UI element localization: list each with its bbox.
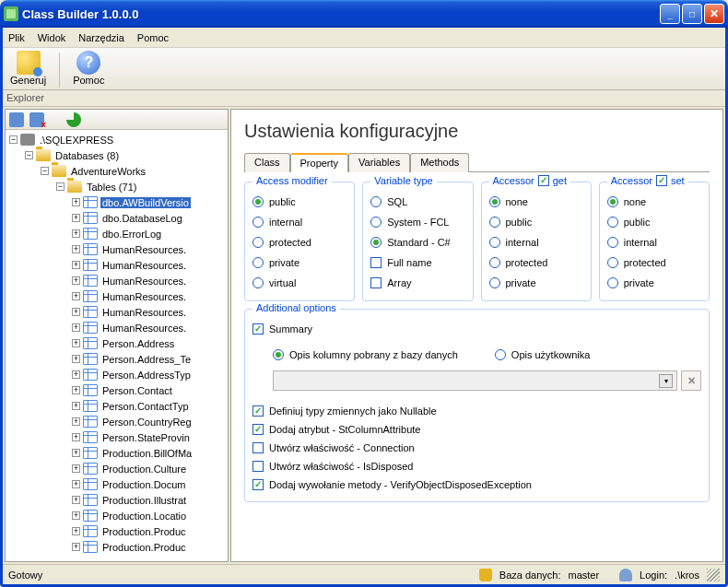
radio[interactable] — [370, 196, 382, 207]
radio[interactable] — [489, 237, 500, 248]
get-option[interactable]: private — [489, 273, 583, 293]
tree-expander[interactable]: + — [72, 402, 80, 410]
tree-expander[interactable]: − — [56, 182, 65, 191]
tree-expander[interactable]: + — [72, 527, 80, 535]
tree-node[interactable]: +HumanResources. — [6, 288, 228, 304]
radio[interactable] — [489, 196, 500, 207]
get-option[interactable]: internal — [489, 232, 583, 252]
tree-expander[interactable]: + — [72, 214, 80, 222]
tree-node[interactable]: −AdventureWorks — [6, 163, 228, 179]
radio[interactable] — [273, 349, 284, 360]
tree[interactable]: −.\SQLEXPRESS−Databases (8)−AdventureWor… — [6, 130, 228, 561]
tree-node[interactable]: +Person.AddressTyp — [6, 367, 228, 382]
vartype-check[interactable]: Array — [370, 273, 464, 293]
close-button[interactable]: ✕ — [704, 4, 724, 24]
summary-text-dropdown[interactable]: ▾ — [273, 370, 677, 391]
vartype-option[interactable]: Standard - C# — [370, 232, 464, 252]
checkbox[interactable] — [252, 479, 264, 490]
accessor-get-toggle[interactable] — [538, 175, 549, 186]
checkbox[interactable] — [252, 442, 264, 453]
radio[interactable] — [252, 257, 264, 268]
tree-node[interactable]: +Person.Address — [6, 335, 228, 351]
tree-node[interactable]: +HumanResources. — [6, 257, 228, 273]
radio[interactable] — [495, 349, 506, 360]
radio[interactable] — [607, 277, 618, 288]
get-option[interactable]: public — [489, 212, 583, 232]
resize-grip[interactable] — [707, 569, 720, 581]
radio[interactable] — [252, 196, 264, 207]
refresh-icon[interactable] — [66, 112, 81, 127]
tree-node[interactable]: +dbo.AWBuildVersio — [6, 194, 228, 210]
additional-option[interactable]: Definiuj typy zmiennych jako Nullable — [252, 402, 701, 420]
tree-node[interactable]: +HumanResources. — [6, 304, 228, 320]
tree-node[interactable]: −Tables (71) — [6, 179, 228, 194]
tree-expander[interactable]: + — [72, 261, 80, 269]
tree-node[interactable]: −.\SQLEXPRESS — [6, 132, 228, 147]
tab-variables[interactable]: Variables — [348, 153, 410, 172]
menu-tools[interactable]: Narzędzia — [78, 32, 124, 43]
tree-node[interactable]: +HumanResources. — [6, 320, 228, 335]
tree-expander[interactable]: + — [72, 496, 80, 504]
radio[interactable] — [607, 196, 618, 207]
access-option[interactable]: private — [252, 252, 346, 273]
summary-delete-button[interactable]: ✕ — [681, 370, 701, 391]
accessor-set-toggle[interactable] — [656, 175, 667, 186]
radio[interactable] — [252, 237, 264, 248]
tree-expander[interactable]: − — [9, 135, 18, 144]
radio[interactable] — [489, 257, 500, 268]
tree-node[interactable]: +Person.Address_Te — [6, 351, 228, 367]
opt-summary[interactable]: Summary — [252, 319, 701, 339]
tab-property[interactable]: Property — [290, 153, 349, 172]
menu-help[interactable]: Pomoc — [137, 32, 169, 43]
checkbox[interactable] — [252, 424, 264, 435]
menu-file[interactable]: Plik — [8, 32, 25, 43]
tree-node[interactable]: +HumanResources. — [6, 241, 228, 257]
summary-checkbox[interactable] — [252, 323, 264, 335]
radio[interactable] — [489, 277, 500, 288]
checkbox[interactable] — [370, 277, 382, 288]
tree-expander[interactable]: + — [72, 433, 80, 441]
additional-option[interactable]: Dodaj atrybut - StColumnAttribute — [252, 420, 701, 439]
radio[interactable] — [607, 257, 618, 268]
access-option[interactable]: virtual — [252, 273, 346, 293]
tree-expander[interactable]: + — [72, 308, 80, 316]
tree-node[interactable]: +Production.Produc — [6, 539, 228, 555]
tree-node[interactable]: +dbo.DatabaseLog — [6, 210, 228, 226]
connect-icon[interactable] — [9, 112, 24, 127]
additional-option[interactable]: Dodaj wywołanie metody - VerifyObjectDis… — [252, 475, 701, 494]
tab-methods[interactable]: Methods — [410, 153, 469, 172]
minimize-button[interactable]: _ — [660, 4, 680, 24]
maximize-button[interactable]: □ — [682, 4, 702, 24]
vartype-option[interactable]: System - FCL — [370, 212, 464, 232]
get-option[interactable]: protected — [489, 252, 583, 273]
checkbox[interactable] — [252, 461, 264, 472]
tree-expander[interactable]: − — [41, 167, 49, 175]
tree-node[interactable]: +Production.Docum — [6, 476, 228, 492]
radio[interactable] — [370, 217, 382, 228]
generate-button[interactable]: Generuj — [6, 49, 50, 88]
set-option[interactable]: public — [607, 212, 701, 232]
vartype-option[interactable]: SQL — [370, 192, 464, 212]
radio[interactable] — [489, 217, 500, 228]
tree-node[interactable]: +dbo.ErrorLog — [6, 226, 228, 241]
tree-node[interactable]: +Person.StateProvin — [6, 429, 228, 445]
tree-expander[interactable]: + — [72, 229, 80, 238]
tree-node[interactable]: +Person.Contact — [6, 382, 228, 398]
set-option[interactable]: protected — [607, 252, 701, 273]
help-button[interactable]: Pomoc — [69, 49, 108, 88]
access-option[interactable]: public — [252, 192, 346, 212]
menu-view[interactable]: Widok — [38, 32, 66, 43]
tree-expander[interactable]: + — [72, 511, 80, 520]
tree-expander[interactable]: + — [72, 339, 80, 347]
get-option[interactable]: none — [489, 192, 583, 212]
tree-expander[interactable]: + — [72, 323, 80, 332]
checkbox[interactable] — [370, 257, 382, 268]
set-option[interactable]: none — [607, 192, 701, 212]
checkbox[interactable] — [252, 405, 264, 417]
tree-node[interactable]: +Production.Produc — [6, 523, 228, 539]
vartype-check[interactable]: Full name — [370, 252, 464, 273]
access-option[interactable]: protected — [252, 232, 346, 252]
tree-expander[interactable]: + — [72, 245, 80, 253]
tree-expander[interactable]: − — [25, 151, 33, 159]
access-option[interactable]: internal — [252, 212, 346, 232]
